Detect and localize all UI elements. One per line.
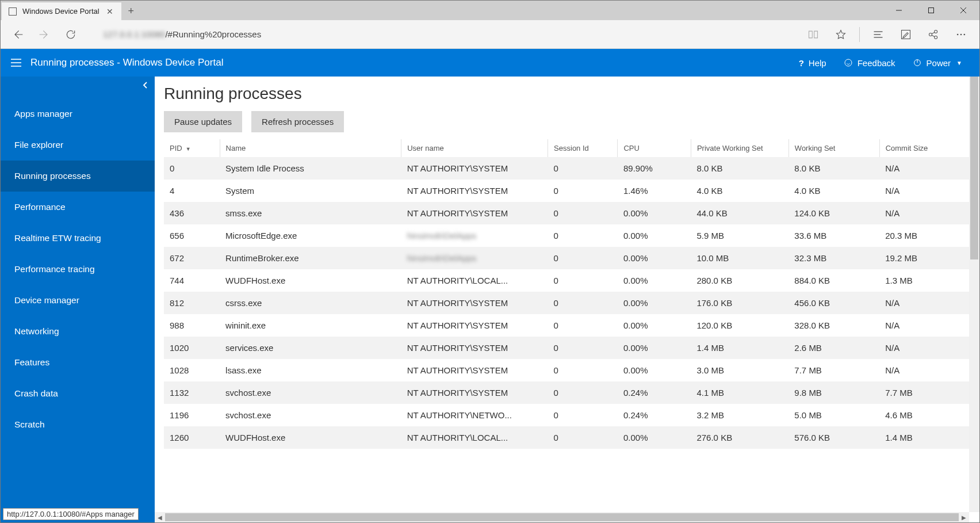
favorite-star-icon[interactable] xyxy=(828,23,853,46)
cell: csrss.exe xyxy=(220,292,401,314)
help-link[interactable]: ? Help xyxy=(792,49,833,77)
cell: NT AUTHORITY\SYSTEM xyxy=(401,359,548,381)
table-row[interactable]: 436smss.exeNT AUTHORITY\SYSTEM00.00%44.0… xyxy=(164,202,970,224)
cell: 1020 xyxy=(164,337,220,359)
reading-view-icon[interactable] xyxy=(801,23,826,46)
cell: 884.0 KB xyxy=(788,269,879,292)
vertical-scroll-thumb[interactable] xyxy=(970,77,978,259)
vertical-scrollbar[interactable] xyxy=(969,77,979,512)
url-host-obscured: 127.0.0.1:10080 xyxy=(103,29,165,39)
hscroll-left-icon[interactable]: ◀ xyxy=(155,512,165,522)
nav-refresh-button[interactable] xyxy=(59,23,82,46)
table-row[interactable]: 988wininit.exeNT AUTHORITY\SYSTEM00.00%1… xyxy=(164,314,970,337)
url-display[interactable]: 127.0.0.1:10080 /#Running%20processes xyxy=(103,29,261,39)
sidebar-item-performance[interactable]: Performance xyxy=(1,192,155,223)
cell: N/A xyxy=(879,157,970,180)
sidebar-item-file-explorer[interactable]: File explorer xyxy=(1,129,155,161)
table-row[interactable]: 812csrss.exeNT AUTHORITY\SYSTEM00.00%176… xyxy=(164,292,970,314)
svg-point-11 xyxy=(957,33,959,35)
column-header-private-working-set[interactable]: Private Working Set xyxy=(691,139,788,157)
cell: 4.0 KB xyxy=(788,180,879,202)
table-row[interactable]: 1132svchost.exeNT AUTHORITY\SYSTEM00.24%… xyxy=(164,381,970,404)
column-header-commit-size[interactable]: Commit Size xyxy=(879,139,970,157)
cell: 0 xyxy=(548,359,618,381)
cell: NT AUTHORITY\SYSTEM xyxy=(401,292,548,314)
cell: 176.0 KB xyxy=(691,292,788,314)
hscroll-right-icon[interactable]: ▶ xyxy=(959,512,969,522)
more-icon[interactable] xyxy=(948,23,974,46)
caret-down-icon: ▼ xyxy=(956,60,962,66)
table-row[interactable]: 744WUDFHost.exeNT AUTHORITY\LOCAL...00.0… xyxy=(164,269,970,292)
sidebar-item-performance-tracing[interactable]: Performance tracing xyxy=(1,254,155,285)
sidebar-collapse-icon[interactable] xyxy=(142,81,149,90)
cell: NT AUTHORITY\SYSTEM xyxy=(401,381,548,404)
cell: NT AUTHORITY\NETWO... xyxy=(401,404,548,426)
nav-forward-button[interactable] xyxy=(33,23,56,46)
close-tab-icon[interactable]: ✕ xyxy=(105,7,114,16)
table-row[interactable]: 4SystemNT AUTHORITY\SYSTEM01.46%4.0 KB4.… xyxy=(164,180,970,202)
cell: 44.0 KB xyxy=(691,202,788,224)
feedback-link[interactable]: Feedback xyxy=(837,49,902,77)
sidebar-item-scratch[interactable]: Scratch xyxy=(1,409,155,440)
column-header-working-set[interactable]: Working Set xyxy=(788,139,879,157)
new-tab-button[interactable]: + xyxy=(121,2,141,20)
table-row[interactable]: 672RuntimeBroker.exehinsimob\DelApps00.0… xyxy=(164,247,970,269)
cell: 0 xyxy=(548,247,618,269)
cell: 812 xyxy=(164,292,220,314)
cell: 4.1 MB xyxy=(691,381,788,404)
cell: 5.0 MB xyxy=(788,404,879,426)
nav-back-button[interactable] xyxy=(6,23,29,46)
cell: 1.4 MB xyxy=(879,426,970,449)
column-header-name[interactable]: Name xyxy=(220,139,401,157)
process-table: PID▼NameUser nameSession IdCPUPrivate Wo… xyxy=(164,139,970,449)
tab-title: Windows Device Portal xyxy=(22,7,99,16)
cell: NT AUTHORITY\LOCAL... xyxy=(401,269,548,292)
cell: 20.3 MB xyxy=(879,224,970,247)
table-row[interactable]: 656MicrosoftEdge.exehinsimob\DelApps00.0… xyxy=(164,224,970,247)
hscroll-track[interactable] xyxy=(165,512,959,522)
svg-rect-1 xyxy=(929,8,934,13)
sidebar-item-realtime-etw-tracing[interactable]: Realtime ETW tracing xyxy=(1,223,155,254)
svg-point-13 xyxy=(964,33,966,35)
cell: 0 xyxy=(548,292,618,314)
page-icon xyxy=(9,7,17,16)
sidebar-item-networking[interactable]: Networking xyxy=(1,316,155,347)
hub-icon[interactable] xyxy=(866,23,891,46)
table-row[interactable]: 1020services.exeNT AUTHORITY\SYSTEM00.00… xyxy=(164,337,970,359)
share-icon[interactable] xyxy=(921,23,946,46)
pause-updates-button[interactable]: Pause updates xyxy=(164,111,242,132)
cell: 32.3 MB xyxy=(788,247,879,269)
cell: 89.90% xyxy=(618,157,691,180)
hamburger-menu-icon[interactable] xyxy=(4,49,28,77)
sidebar-item-crash-data[interactable]: Crash data xyxy=(1,378,155,409)
cell: 120.0 KB xyxy=(691,314,788,337)
window-maximize-button[interactable] xyxy=(915,1,947,20)
separator xyxy=(859,27,860,42)
window-close-button[interactable] xyxy=(947,1,979,20)
refresh-processes-button[interactable]: Refresh processes xyxy=(251,111,344,132)
cell: 1260 xyxy=(164,426,220,449)
sidebar-item-apps-manager[interactable]: Apps manager xyxy=(1,98,155,129)
hscroll-thumb[interactable] xyxy=(165,513,959,521)
tab-strip: Windows Device Portal ✕ + xyxy=(1,1,141,20)
webnote-icon[interactable] xyxy=(893,23,918,46)
sidebar-item-device-manager[interactable]: Device manager xyxy=(1,285,155,316)
sidebar-item-running-processes[interactable]: Running processes xyxy=(1,161,155,192)
cell: System xyxy=(220,180,401,202)
cell: 0.00% xyxy=(618,337,691,359)
column-header-cpu[interactable]: CPU xyxy=(618,139,691,157)
sidebar-item-features[interactable]: Features xyxy=(1,347,155,378)
power-menu[interactable]: Power ▼ xyxy=(906,49,969,77)
column-header-user-name[interactable]: User name xyxy=(401,139,548,157)
content: Apps managerFile explorerRunning process… xyxy=(1,77,979,522)
window-minimize-button[interactable] xyxy=(883,1,915,20)
column-header-session-id[interactable]: Session Id xyxy=(548,139,618,157)
cell: 1.4 MB xyxy=(691,337,788,359)
column-header-pid[interactable]: PID▼ xyxy=(164,139,220,157)
table-row[interactable]: 0System Idle ProcessNT AUTHORITY\SYSTEM0… xyxy=(164,157,970,180)
horizontal-scrollbar[interactable]: ◀ ▶ xyxy=(155,512,969,522)
table-row[interactable]: 1028lsass.exeNT AUTHORITY\SYSTEM00.00%3.… xyxy=(164,359,970,381)
table-row[interactable]: 1260WUDFHost.exeNT AUTHORITY\LOCAL...00.… xyxy=(164,426,970,449)
browser-tab[interactable]: Windows Device Portal ✕ xyxy=(2,2,121,20)
table-row[interactable]: 1196svchost.exeNT AUTHORITY\NETWO...00.2… xyxy=(164,404,970,426)
